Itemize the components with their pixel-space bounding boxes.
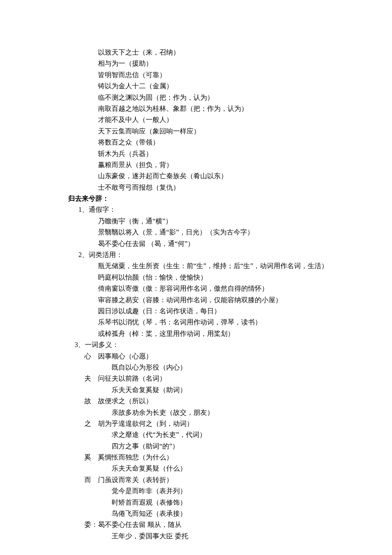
tongjia-line: 景翳翳以将入（景，通“影”，日光）（实为古今字） [26, 227, 366, 238]
example-line: 天下云集而响应（象回响一样应） [26, 126, 366, 137]
section-tongjia: 1、通假字： 乃瞻衡宇（衡，通“横”） 景翳翳以将入（景，通“影”，日光）（实为… [26, 204, 366, 249]
subhead-tongjia: 1、通假字： [26, 204, 366, 215]
polysemy-subline: 王年少，委国事大臣 委托 [26, 531, 366, 542]
example-line: 南取百越之地以为桂林、象郡（把；作为，认为） [26, 103, 366, 114]
polysemy-text: 因事顺心（心愿） [98, 351, 366, 362]
polysemy-key: 故 [26, 396, 98, 407]
cilei-line: 审容膝之易安（容膝：动词用作名词，仅能容纳双膝的小屋） [26, 295, 366, 306]
cilei-line: 乐琴书以消忧（琴，书：名词用作动词，弹琴，读书） [26, 317, 366, 328]
polysemy-key: 委： [26, 519, 98, 530]
polysemy-subline: 觉今是而昨非（表并列） [26, 486, 366, 497]
polysemy-row: 之 胡为乎遑遑欲何之（到，动词） [26, 418, 366, 429]
cilei-line: 或棹孤舟（棹：桨，这里用作动词，用桨划） [26, 328, 366, 339]
polysemy-text: 奚惆怅而独悲（为什么） [98, 452, 366, 463]
example-line: 士不敢弯弓而报怨（复仇） [26, 182, 366, 193]
section-title-guiqu: 归去来兮辞： [26, 193, 366, 204]
section-yiciduoyi: 3、一词多义： 心 因事顺心（心愿） 既自以心为形役（内心） 夫 问征夫以前路（… [26, 339, 366, 542]
example-line: 斩木为兵（兵器） [26, 148, 366, 159]
example-line: 赢粮而景从（担负，背） [26, 159, 366, 171]
polysemy-subline: 既自以心为形役（内心） [26, 362, 366, 373]
polysemy-row: 故 故便求之（所以） [26, 396, 366, 407]
top-examples-block: 以致天下之士（来，召纳） 相与为一（援助） 皆明智而忠信（可靠） 铸以为金人十二… [26, 47, 366, 193]
polysemy-key: 夫 [26, 373, 98, 384]
polysemy-text: 门虽设而常关（表转折） [98, 474, 366, 486]
example-line: 山东豪俊，遂并起而亡秦族矣（肴山以东） [26, 171, 366, 182]
polysemy-text: 胡为乎遑遑欲何之（到，动词） [98, 418, 366, 429]
example-line: 以致天下之士（来，召纳） [26, 47, 366, 58]
cilei-line: 倚南窗以寄傲（傲：形容词用作名词，傲然自得的情怀） [26, 283, 366, 294]
polysemy-subline: 求之靡途（代“为长吏”，代词） [26, 429, 366, 440]
example-line: 皆明智而忠信（可靠） [26, 69, 366, 81]
polysemy-subline: 乐夫天命复奚疑（什么） [26, 463, 366, 474]
subhead-cilei: 2、词类活用： [26, 249, 366, 260]
example-line: 将数百之众（带领） [26, 137, 366, 148]
cilei-line: 瓶无储粟，生生所资（生生：前“生”，维持；后“生”，动词用作名词，生活） [26, 260, 366, 272]
polysemy-subline: 时矫首而遐观（表修饰） [26, 497, 366, 508]
polysemy-row: 而 门虽设而常关（表转折） [26, 474, 366, 486]
polysemy-key: 之 [26, 418, 98, 429]
polysemy-text: 问征夫以前路（名词） [98, 373, 366, 384]
subhead-yici: 3、一词多义： [26, 339, 366, 350]
polysemy-key: 心 [26, 351, 98, 362]
polysemy-subline: 乐夫天命复奚疑（助词） [26, 384, 366, 396]
section-cileihuoyong: 2、词类活用： 瓶无储粟，生生所资（生生：前“生”，维持；后“生”，动词用作名词… [26, 249, 366, 339]
polysemy-row: 奚 奚惆怅而独悲（为什么） [26, 452, 366, 463]
example-line: 临不测之渊以为固（把；作为，认为） [26, 92, 366, 103]
polysemy-subline: 鸟倦飞而知还（表承接） [26, 508, 366, 519]
example-line: 才能不及中人（一般人） [26, 114, 366, 125]
cilei-line: 园日涉以成趣（日：名词作状语，每日） [26, 306, 366, 317]
polysemy-row: 委： 曷不委心任去留 顺从，随从 [26, 519, 366, 530]
polysemy-key: 奚 [26, 452, 98, 463]
polysemy-subline: 亲故多劝余为长吏（故交，朋友） [26, 407, 366, 418]
tongjia-line: 曷不委心任去留 （曷，通“何”） [26, 238, 366, 249]
polysemy-row: 夫 问征夫以前路（名词） [26, 373, 366, 384]
tongjia-line: 乃瞻衡宇（衡，通“横”） [26, 216, 366, 227]
polysemy-row: 心 因事顺心（心愿） [26, 351, 366, 362]
cilei-line: 眄庭柯以怡颜（怡：愉快，使愉快） [26, 272, 366, 283]
polysemy-text: 故便求之（所以） [98, 396, 366, 407]
example-line: 相与为一（援助） [26, 58, 366, 69]
example-line: 铸以为金人十二（金属） [26, 81, 366, 92]
polysemy-subline: 四方之事（助词“的”） [26, 441, 366, 452]
polysemy-text: 曷不委心任去留 顺从，随从 [98, 519, 366, 530]
polysemy-key: 而 [26, 474, 98, 486]
